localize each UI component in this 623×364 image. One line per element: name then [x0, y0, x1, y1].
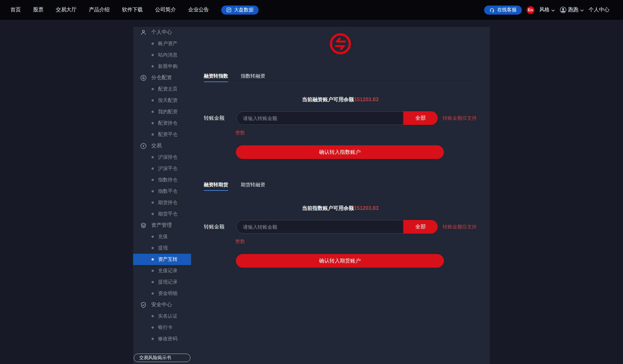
sidebar-item-label: 期货持仓 — [158, 200, 177, 206]
sidebar-item-my-allocation[interactable]: 我的配资 — [133, 106, 191, 117]
bullet-icon — [152, 42, 154, 45]
transfer-amount-input[interactable] — [236, 111, 403, 125]
nav-item-stocks[interactable]: 股票 — [33, 6, 43, 13]
market-data-button[interactable]: 大盘数据 — [221, 6, 259, 15]
tab-index-to-financing[interactable]: 指数转融资 — [241, 72, 265, 82]
sidebar-item-label: 站内消息 — [158, 52, 177, 58]
sidebar-section-allocation[interactable]: 分仓配资 — [133, 72, 191, 83]
nav-item-company-profile[interactable]: 公司简介 — [155, 6, 176, 13]
tab-financing-to-futures[interactable]: 融资转期货 — [204, 181, 228, 191]
online-service-label: 在线客服 — [497, 7, 517, 13]
bullet-icon — [152, 270, 154, 272]
bullet-icon — [152, 156, 154, 158]
sidebar-item-label: 指数持仓 — [158, 177, 177, 183]
sidebar-item-fund-details[interactable]: 资金明细 — [133, 288, 191, 299]
sidebar-item-withdraw[interactable]: 提现 — [133, 242, 191, 254]
tab-financing-to-index[interactable]: 融资转指数 — [204, 72, 228, 82]
sidebar-section-label: 安全中心 — [151, 301, 172, 308]
transfer-brand-icon — [328, 32, 352, 57]
sidebar-item-real-name-auth[interactable]: 实名认证 — [133, 310, 191, 322]
available-balance-line: 当前融资账户可用余额151203.83 — [204, 96, 477, 103]
sidebar-section-asset-management[interactable]: 资产管理 — [133, 220, 191, 231]
transfer-amount-row: 转账金额 全部 转账金额仅支持 — [204, 220, 477, 234]
sidebar-item-daily-allocation[interactable]: 按天配资 — [133, 95, 191, 106]
amount-note-wrap-text: 整数 — [235, 130, 477, 136]
sidebar-item-change-password[interactable]: 修改密码 — [133, 333, 191, 345]
language-badge[interactable]: En — [527, 6, 534, 14]
risk-disclosure-button[interactable]: 交易风险揭示书 — [134, 354, 190, 362]
sidebar-item-futures-close[interactable]: 期货平仓 — [133, 208, 191, 220]
sidebar-item-label: 银行卡 — [158, 324, 173, 331]
sidebar-item-deposit-records[interactable]: 充值记录 — [133, 265, 191, 276]
shield-icon — [140, 302, 147, 308]
bullet-icon — [152, 190, 154, 192]
nav-item-home[interactable]: 首页 — [10, 6, 21, 13]
sidebar-item-site-messages[interactable]: 站内消息 — [133, 49, 191, 61]
sidebar-item-bank-card[interactable]: 银行卡 — [133, 322, 191, 333]
nav-item-products[interactable]: 产品介绍 — [89, 6, 110, 13]
tab-futures-to-financing[interactable]: 期货转融资 — [241, 181, 265, 191]
sidebar-item-label: 我的配资 — [158, 109, 177, 115]
bullet-icon — [152, 201, 154, 204]
style-menu[interactable]: 风格 — [539, 6, 555, 13]
bullet-icon — [152, 247, 154, 249]
tab-bar: 融资转期货 期货转融资 — [204, 181, 477, 191]
sidebar-item-label: 资金明细 — [158, 290, 177, 297]
sidebar-section-personal-center[interactable]: 个人中心 — [133, 27, 191, 38]
online-service-button[interactable]: 在线客服 — [484, 6, 522, 15]
bullet-icon — [152, 179, 154, 181]
transfer-amount-row: 转账金额 全部 转账金额仅支持 — [204, 111, 477, 125]
confirm-transfer-to-index-button[interactable]: 确认转入指数账户 — [236, 145, 444, 159]
style-menu-label: 风格 — [539, 6, 550, 13]
top-nav: 首页 股票 交易大厅 产品介绍 软件下载 公司简介 企业公告 大盘数据 在线客服 — [0, 0, 623, 20]
sidebar-item-account-assets[interactable]: 账户资产 — [133, 38, 191, 49]
sidebar-item-asset-transfer[interactable]: 资产互转 — [133, 254, 191, 265]
sidebar-item-label: 沪深持仓 — [158, 154, 177, 160]
sidebar-item-deposit[interactable]: 充值 — [133, 231, 191, 242]
sidebar-item-allocation-home[interactable]: 配资主页 — [133, 83, 191, 95]
sidebar-section-trade[interactable]: ¥ 交易 — [133, 140, 191, 152]
bullet-icon — [152, 213, 154, 215]
sidebar-item-index-positions[interactable]: 指数持仓 — [133, 174, 191, 186]
nav-item-software-download[interactable]: 软件下载 — [122, 6, 143, 13]
nav-item-trading-hall[interactable]: 交易大厅 — [56, 6, 77, 13]
sidebar-item-label: 指数平仓 — [158, 188, 177, 194]
bullet-icon — [152, 88, 154, 90]
bullet-icon — [152, 99, 154, 102]
sidebar-item-label: 提现 — [158, 245, 168, 251]
nav-item-announcements[interactable]: 企业公告 — [188, 6, 209, 13]
sidebar-section-label: 交易 — [151, 142, 162, 149]
sidebar-item-label: 配资主页 — [158, 86, 177, 92]
nav-item-personal-center[interactable]: 个人中心 — [589, 6, 609, 13]
user-menu[interactable]: 跑跑 — [560, 6, 584, 13]
transfer-section-financing-index: 融资转指数 指数转融资 当前融资账户可用余额151203.83 转账金额 全部 … — [204, 72, 477, 159]
transfer-amount-input[interactable] — [236, 220, 403, 234]
svg-text:¥: ¥ — [142, 144, 144, 148]
sidebar-item-label: 配资持仓 — [158, 120, 177, 126]
sidebar-item-hs-close[interactable]: 沪深平仓 — [133, 163, 191, 174]
confirm-transfer-to-futures-button[interactable]: 确认转入期货账户 — [236, 254, 444, 268]
sidebar-item-allocation-close[interactable]: 配资平仓 — [133, 129, 191, 140]
bullet-icon — [152, 236, 154, 238]
sidebar-item-label: 修改密码 — [158, 336, 177, 342]
sidebar-item-index-close[interactable]: 指数平仓 — [133, 186, 191, 197]
sidebar-item-label: 按天配资 — [158, 97, 177, 103]
sidebar-item-hs-positions[interactable]: 沪深持仓 — [133, 152, 191, 163]
sidebar-item-ipo-subscription[interactable]: 新股申购 — [133, 61, 191, 72]
sidebar-item-futures-positions[interactable]: 期货持仓 — [133, 197, 191, 208]
all-amount-button[interactable]: 全部 — [403, 111, 438, 125]
sidebar-item-label: 实名认证 — [158, 313, 177, 319]
sidebar-section-security-center[interactable]: 安全中心 — [133, 299, 191, 310]
sidebar-item-withdraw-records[interactable]: 提现记录 — [133, 276, 191, 288]
sidebar-item-label: 资产互转 — [158, 256, 177, 262]
bullet-icon — [152, 292, 154, 295]
sidebar-section-label: 分仓配资 — [151, 74, 172, 81]
sidebar-item-allocation-positions[interactable]: 配资持仓 — [133, 117, 191, 129]
chevron-down-icon — [580, 7, 584, 13]
trade-icon: ¥ — [140, 143, 147, 149]
balance-label: 当前指数账户可用余额 — [302, 205, 354, 211]
bullet-icon — [152, 326, 154, 329]
all-amount-button[interactable]: 全部 — [403, 220, 438, 234]
tab-bar: 融资转指数 指数转融资 — [204, 72, 477, 82]
transfer-section-financing-futures: 融资转期货 期货转融资 当前指数账户可用余额151203.83 转账金额 全部 … — [204, 181, 477, 268]
